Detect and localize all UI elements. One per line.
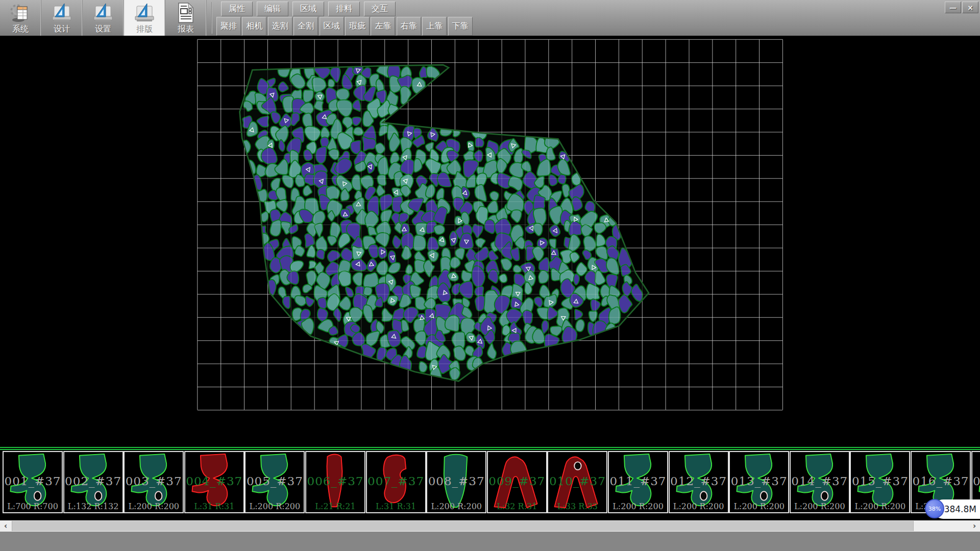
nav-label-settings: 设置 <box>95 24 111 34</box>
progress-percent: 38% <box>928 506 941 512</box>
tool-button-5[interactable]: 区域 <box>320 17 344 36</box>
nav-button-design[interactable]: 设计 <box>41 0 83 36</box>
ruler-icon <box>92 2 114 24</box>
canvas-svg[interactable] <box>0 36 980 447</box>
nav-button-report[interactable]: 报表 <box>165 0 207 36</box>
part-thumbnail-014_#37[interactable]: 014_#37L:200 R:200 <box>790 451 850 513</box>
part-shape <box>5 453 59 511</box>
nav-label-report: 报表 <box>178 24 194 34</box>
part-shape <box>852 453 906 511</box>
menu-tab-4[interactable]: 排料 <box>328 2 360 16</box>
part-thumbnail-003_#37[interactable]: 003_#37L:200 R:200 <box>124 451 184 513</box>
part-shape <box>126 453 180 511</box>
tool-button-3[interactable]: 选割 <box>268 17 292 36</box>
report-doc-icon <box>175 2 197 24</box>
part-thumbnail-007_#37[interactable]: 007_#37L:31 R:31 <box>366 451 426 513</box>
ruler-icon <box>133 2 156 24</box>
part-shape <box>489 453 543 511</box>
part-thumbnail-006_#37[interactable]: 006_#37L:21 R:21 <box>305 451 365 513</box>
ruler-icon <box>51 2 73 24</box>
tool-button-4[interactable]: 全割 <box>293 17 318 36</box>
tool-button-7[interactable]: 左靠 <box>371 17 395 36</box>
nav-label-layout: 排版 <box>136 24 153 34</box>
part-thumbnail-004_#37[interactable]: 004_#37L:31 R:31 <box>184 451 244 513</box>
nav-button-settings[interactable]: 设置 <box>83 0 124 36</box>
horizontal-scrollbar[interactable]: ‹ › <box>0 520 980 532</box>
part-thumbnail-012_#37[interactable]: 012_#37L:200 R:200 <box>669 451 729 513</box>
nav-button-layout[interactable]: 排版 <box>124 0 165 36</box>
tool-button-10[interactable]: 下靠 <box>448 17 473 36</box>
part-shape <box>247 453 301 511</box>
menu-tab-2[interactable]: 编辑 <box>257 2 288 16</box>
main-toolbar: 系统设计设置排版报表 属性编辑区域排料交互 聚排相机选割全割区域瑕疵左靠右靠上靠… <box>0 0 980 36</box>
progress-circle: 38% <box>925 499 944 518</box>
minimize-icon: — <box>949 4 957 12</box>
system-icon <box>9 2 32 24</box>
part-thumbnail-013_#37[interactable]: 013_#37L:200 R:200 <box>729 451 789 513</box>
tool-button-8[interactable]: 右靠 <box>397 17 421 36</box>
nav-button-system[interactable]: 系统 <box>0 0 41 36</box>
tool-button-6[interactable]: 瑕疵 <box>345 17 370 36</box>
strip-accent-line <box>0 449 980 450</box>
close-button[interactable]: × <box>962 2 978 13</box>
app-window: 系统设计设置排版报表 属性编辑区域排料交互 聚排相机选割全割区域瑕疵左靠右靠上靠… <box>0 0 980 551</box>
part-shape <box>610 453 664 511</box>
part-thumbnail-001_#37[interactable]: 001_#37L:700 R:700 <box>3 451 63 513</box>
part-thumbnail-015_#37[interactable]: 015_#37L:200 R:200 <box>850 451 910 513</box>
menu-tab-3[interactable]: 区域 <box>292 2 324 16</box>
nav-label-system: 系统 <box>12 24 29 34</box>
toolbar-divider <box>211 2 212 34</box>
part-shape <box>307 453 361 511</box>
tool-button-9[interactable]: 上靠 <box>422 17 447 36</box>
scrollbar-thumb[interactable] <box>12 521 914 531</box>
part-shape <box>428 453 482 511</box>
tool-button-2[interactable]: 相机 <box>242 17 266 36</box>
part-shape <box>549 453 603 511</box>
scroll-left-arrow-icon[interactable]: ‹ <box>0 520 11 532</box>
part-shape <box>368 453 422 511</box>
part-thumbnail-009_#37[interactable]: 009_#37L:32 R:31 <box>487 451 547 513</box>
parts-thumbnail-strip: 001_#37L:700 R:700002_#37L:132 R:132003_… <box>0 447 980 520</box>
minimize-button[interactable]: — <box>945 2 961 13</box>
part-shape <box>65 453 119 511</box>
nesting-canvas[interactable] <box>0 36 980 447</box>
close-icon: × <box>967 4 973 12</box>
strip-accent-line <box>0 447 980 448</box>
part-thumbnail-011_#37[interactable]: 011_#37L:200 R:200 <box>608 451 668 513</box>
status-badge[interactable]: 384.8M 38% <box>925 499 980 519</box>
menu-tab-1[interactable]: 属性 <box>221 2 253 16</box>
part-thumbnail-005_#37[interactable]: 005_#37L:200 R:200 <box>244 451 305 513</box>
thumbnail-cells: 001_#37L:700 R:700002_#37L:132 R:132003_… <box>0 451 980 513</box>
scroll-right-arrow-icon[interactable]: › <box>969 520 980 532</box>
menu-tab-5[interactable]: 交互 <box>364 2 396 16</box>
nav-label-design: 设计 <box>54 24 70 34</box>
tool-button-1[interactable]: 聚排 <box>216 17 241 36</box>
part-shape <box>792 453 846 511</box>
part-thumbnail-002_#37[interactable]: 002_#37L:132 R:132 <box>63 451 124 513</box>
part-shape <box>731 453 785 511</box>
part-shape <box>186 453 240 511</box>
memory-value: 384.8M <box>944 499 976 519</box>
part-shape <box>671 453 725 511</box>
part-thumbnail-008_#37[interactable]: 008_#37L:200 R:200 <box>426 451 486 513</box>
window-bottom-chrome <box>0 532 980 551</box>
part-thumbnail-010_#37[interactable]: 010_#37L:33 R:33 <box>547 451 607 513</box>
